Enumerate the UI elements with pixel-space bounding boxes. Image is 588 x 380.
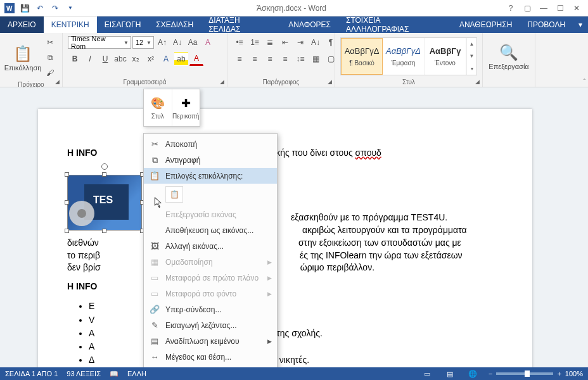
context-item[interactable]: 🔗Υπερ-σύνδεση...: [144, 301, 277, 317]
context-item[interactable]: ▤Αναδίπλωση κειμένου▶: [144, 333, 277, 349]
font-color-button[interactable]: A: [189, 52, 203, 66]
zoom-slider[interactable]: [496, 372, 553, 375]
ribbon-display-icon[interactable]: ▢: [520, 1, 535, 15]
font-name-combo[interactable]: Times New Rom▼: [68, 36, 131, 49]
status-proofing-icon[interactable]: 📖: [110, 370, 118, 378]
document-area[interactable]: Η INFOxxxxxxxxxxxxxxxxxxxxxxxxxxxxxxxxxx…: [0, 87, 588, 367]
grow-font-button[interactable]: A↑: [155, 35, 169, 49]
style-emphasis[interactable]: ΑαΒβΓγΔ Έμφαση: [383, 38, 425, 75]
align-center-button[interactable]: ≡: [248, 52, 262, 66]
resize-handle[interactable]: [65, 200, 69, 205]
underline-button[interactable]: U: [98, 52, 112, 66]
paragraph-launcher-icon[interactable]: ◢: [326, 78, 333, 86]
superscript-button[interactable]: x²: [144, 52, 158, 66]
group-editing: 🔍 Επεξεργασία: [483, 33, 535, 87]
rotate-handle[interactable]: [101, 163, 108, 170]
strikethrough-button[interactable]: abc: [113, 52, 127, 66]
context-item[interactable]: ⧉Αντιγραφή: [144, 152, 277, 168]
gallery-more-icon[interactable]: ▾: [466, 63, 476, 75]
word-icon[interactable]: W: [3, 1, 16, 15]
shading-button[interactable]: ▦: [309, 52, 323, 66]
status-page[interactable]: ΣΕΛΙΔΑ 1 ΑΠΟ 1: [5, 370, 58, 377]
font-size-combo[interactable]: 12▼: [132, 36, 154, 49]
line-spacing-button[interactable]: ↕≡: [293, 52, 307, 66]
tab-layout[interactable]: ΔΙΑΤΑΞΗ ΣΕΛΙΔΑΣ: [201, 16, 281, 33]
context-item[interactable]: ✂Αποκοπή: [144, 136, 277, 152]
shrink-font-button[interactable]: A↓: [170, 35, 184, 49]
bold-button[interactable]: B: [68, 52, 82, 66]
context-item[interactable]: 📋Επιλογές επικόλλησης:: [144, 168, 277, 184]
mini-crop-button[interactable]: ✚ Περικοπή: [172, 89, 200, 126]
qat-customize-icon[interactable]: ▼: [63, 1, 77, 15]
styles-launcher-icon[interactable]: ◢: [473, 78, 481, 86]
change-case-button[interactable]: Aa: [186, 35, 200, 49]
paste-option-button[interactable]: 📋: [165, 186, 183, 203]
close-icon[interactable]: ✕: [569, 1, 584, 15]
style-strong[interactable]: ΑαΒβΓγ Έντονο: [425, 38, 466, 75]
resize-handle[interactable]: [65, 229, 69, 233]
mini-style-button[interactable]: 🎨 Στυλ: [144, 89, 172, 126]
help-icon[interactable]: ?: [503, 1, 518, 15]
cut-button[interactable]: ✂: [43, 35, 57, 49]
style-gallery[interactable]: ΑαΒβΓγΔ ¶ Βασικό ΑαΒβΓγΔ Έμφαση ΑαΒβΓγ Έ…: [340, 37, 477, 75]
zoom-value[interactable]: 100%: [565, 370, 583, 377]
zoom-out-button[interactable]: −: [489, 370, 492, 377]
multilevel-button[interactable]: ≣: [263, 35, 277, 49]
undo-icon[interactable]: ↶: [33, 1, 47, 15]
align-left-button[interactable]: ≡: [233, 52, 246, 66]
justify-button[interactable]: ≡: [278, 52, 292, 66]
editing-button[interactable]: 🔍 Επεξεργασία: [488, 35, 530, 77]
gallery-up-icon[interactable]: ▲: [466, 38, 476, 50]
gallery-down-icon[interactable]: ▼: [466, 50, 476, 62]
maximize-icon[interactable]: ☐: [553, 1, 568, 15]
selected-image[interactable]: TES: [67, 175, 142, 231]
italic-button[interactable]: I: [83, 52, 97, 66]
mini-style-label: Στυλ: [151, 113, 164, 120]
minimize-icon[interactable]: —: [536, 1, 551, 15]
zoom-in-button[interactable]: +: [557, 370, 561, 377]
copy-button[interactable]: ⧉: [43, 51, 57, 65]
numbering-button[interactable]: 1≡: [248, 35, 262, 49]
tab-view[interactable]: ΠΡΟΒΟΛΗ: [520, 16, 573, 33]
view-print-icon[interactable]: ▤: [443, 369, 457, 379]
view-web-icon[interactable]: 🌐: [466, 369, 480, 379]
status-language[interactable]: ΕΛΛΗ: [127, 370, 146, 377]
view-read-icon[interactable]: ▭: [420, 369, 434, 379]
status-words[interactable]: 93 ΛΕΞΕΙΣ: [67, 370, 101, 377]
context-item[interactable]: Αποθήκευση ως εικόνας...: [144, 222, 277, 238]
highlight-button[interactable]: ab: [174, 52, 188, 66]
clipboard-launcher-icon[interactable]: ◢: [53, 78, 61, 86]
page[interactable]: Η INFOxxxxxxxxxxxxxxxxxxxxxxxxxxxxxxxxxx…: [38, 109, 532, 367]
zoom-thumb[interactable]: [525, 370, 530, 377]
tab-references[interactable]: ΑΝΑΦΟΡΕΣ: [281, 16, 338, 33]
align-right-button[interactable]: ≡: [263, 52, 277, 66]
collapse-ribbon-icon[interactable]: ▾: [573, 16, 588, 33]
clear-formatting-button[interactable]: A: [201, 35, 215, 49]
resize-handle[interactable]: [102, 229, 106, 233]
style-normal[interactable]: ΑαΒβΓγΔ ¶ Βασικό: [341, 38, 383, 75]
collapse-ribbon-caret-icon[interactable]: ˆ: [584, 79, 585, 86]
context-menu: ✂Αποκοπή⧉Αντιγραφή📋Επιλογές επικόλλησης:…: [143, 133, 278, 380]
context-item[interactable]: ✎Εισαγωγή λεζάντας...: [144, 317, 277, 333]
context-item-label: Επεξεργασία εικόνας: [165, 210, 236, 219]
tab-home[interactable]: ΚΕΝΤΡΙΚΗ: [44, 16, 97, 33]
context-item[interactable]: 🖼Αλλαγή εικόνας...: [144, 238, 277, 254]
tab-design[interactable]: ΣΧΕΔΙΑΣΗ: [148, 16, 201, 33]
save-icon[interactable]: 💾: [18, 1, 32, 15]
increase-indent-button[interactable]: ⇥: [293, 35, 307, 49]
font-launcher-icon[interactable]: ◢: [218, 78, 226, 86]
decrease-indent-button[interactable]: ⇤: [278, 35, 292, 49]
paste-button[interactable]: 📋 Επικόλληση: [5, 37, 41, 79]
resize-handle[interactable]: [102, 172, 106, 177]
tab-mailings[interactable]: ΣΤΟΙΧΕΙΑ ΑΛΛΗΛΟΓΡΑΦΙΑΣ: [338, 16, 452, 33]
resize-handle[interactable]: [65, 172, 69, 177]
text-effects-button[interactable]: A: [159, 52, 173, 66]
context-item[interactable]: ↔Μέγεθος και θέση...: [144, 349, 277, 365]
sort-button[interactable]: A↓: [309, 35, 323, 49]
bullets-button[interactable]: •≡: [233, 35, 246, 49]
tab-file[interactable]: ΑΡΧΕΙΟ: [0, 16, 44, 33]
tab-insert[interactable]: ΕΙΣΑΓΩΓΗ: [97, 16, 149, 33]
subscript-button[interactable]: x₂: [129, 52, 143, 66]
redo-icon[interactable]: ↷: [48, 1, 62, 15]
tab-review[interactable]: ΑΝΑΘΕΩΡΗΣΗ: [452, 16, 520, 33]
